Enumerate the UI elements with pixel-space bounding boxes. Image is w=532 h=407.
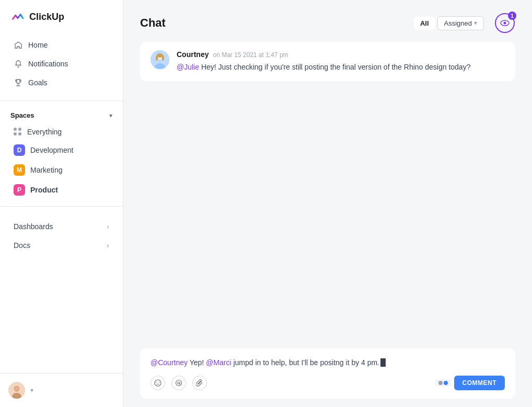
sidebar-item-product-label: Product: [30, 186, 58, 194]
docs-label: Docs: [14, 241, 30, 250]
avatar: [8, 382, 25, 399]
reply-mention-marci: @Marci: [206, 358, 231, 367]
dashboards-label: Dashboards: [14, 222, 53, 231]
svg-point-14: [156, 382, 157, 383]
sidebar-item-everything[interactable]: Everything: [3, 123, 120, 140]
sidebar-nav: Home Notifications Goals: [0, 33, 123, 94]
dashboards-left: Dashboards: [14, 222, 53, 231]
home-icon: [14, 40, 23, 50]
svg-point-12: [162, 55, 164, 61]
reply-tools-left: [151, 376, 207, 390]
docs-chevron-icon: ›: [107, 241, 109, 250]
message-content-courtney: Courtney on Mar 15 2021 at 1:47 pm @Juli…: [177, 50, 505, 73]
reply-box: @Courtney Yep! @Marci jumpd in to help, …: [140, 348, 515, 399]
filter-tabs: All Assigned ▾: [414, 16, 484, 30]
svg-point-10: [157, 53, 163, 58]
format-dot-gray: [438, 381, 443, 385]
reply-tools-right: COMMENT: [435, 376, 505, 390]
spaces-header[interactable]: Spaces ▾: [0, 107, 123, 123]
spaces-label: Spaces: [10, 111, 34, 119]
dashboards-chevron-icon: ›: [107, 222, 109, 231]
product-badge: P: [14, 184, 25, 196]
chat-messages: Courtney on Mar 15 2021 at 1:47 pm @Juli…: [140, 42, 515, 348]
emoji-icon[interactable]: [151, 376, 165, 390]
user-chevron-icon: ▾: [30, 387, 33, 394]
reply-mention-courtney: @Courtney: [151, 358, 188, 367]
sidebar-footer[interactable]: ▾: [0, 373, 123, 407]
sidebar-item-docs[interactable]: Docs ›: [3, 236, 120, 255]
comment-button[interactable]: COMMENT: [454, 376, 505, 390]
courtney-avatar-img: [151, 50, 169, 69]
filter-all-tab[interactable]: All: [414, 17, 435, 30]
docs-left: Docs: [14, 241, 30, 250]
bell-icon: [14, 59, 23, 69]
message-avatar-courtney: [151, 50, 169, 69]
clickup-logo-icon: [10, 9, 25, 24]
main-header: Chat All Assigned ▾ 1: [123, 0, 532, 42]
filter-assigned-dropdown[interactable]: Assigned ▾: [437, 16, 484, 30]
mention-icon[interactable]: [171, 376, 186, 390]
sidebar-divider-2: [0, 206, 123, 207]
sidebar: ClickUp Home Notifications Goals Spaces …: [0, 0, 123, 407]
user-avatar-img: [8, 382, 25, 399]
main-content: Chat All Assigned ▾ 1: [123, 0, 532, 407]
message-time: on Mar 15 2021 at 1:47 pm: [213, 51, 288, 59]
filter-assigned-label: Assigned: [444, 19, 472, 27]
svg-point-11: [156, 55, 158, 61]
mention-julie: @Julie: [177, 63, 199, 71]
format-dot-blue: [444, 381, 448, 385]
format-toggle[interactable]: [435, 379, 451, 387]
sidebar-item-notifications-label: Notifications: [28, 60, 68, 68]
sidebar-item-home-label: Home: [28, 41, 48, 49]
spaces-chevron-icon: ▾: [109, 112, 112, 119]
sidebar-item-notifications[interactable]: Notifications: [3, 54, 120, 73]
sidebar-item-goals[interactable]: Goals: [3, 73, 120, 92]
sidebar-item-home[interactable]: Home: [3, 36, 120, 54]
marketing-badge: M: [14, 164, 25, 176]
at-svg: [175, 379, 182, 387]
sidebar-item-dashboards[interactable]: Dashboards ›: [3, 217, 120, 236]
sidebar-bottom-section: Dashboards › Docs ›: [0, 217, 123, 255]
sidebar-item-marketing-label: Marketing: [30, 166, 62, 174]
trophy-icon: [14, 78, 23, 87]
watch-count-badge: 1: [508, 12, 516, 20]
message-item: Courtney on Mar 15 2021 at 1:47 pm @Juli…: [140, 42, 515, 81]
logo-area[interactable]: ClickUp: [0, 0, 123, 33]
page-title: Chat: [140, 16, 403, 30]
message-author: Courtney: [177, 50, 209, 59]
development-badge: D: [14, 144, 25, 156]
message-text-courtney: @Julie Hey! Just checking if you're stil…: [177, 62, 505, 73]
chat-area: Courtney on Mar 15 2021 at 1:47 pm @Juli…: [123, 42, 532, 407]
sidebar-item-product[interactable]: P Product: [3, 180, 120, 200]
reply-text: @Courtney Yep! @Marci jumpd in to help, …: [151, 357, 505, 368]
sidebar-item-goals-label: Goals: [28, 78, 48, 87]
watch-button[interactable]: 1: [494, 13, 515, 33]
sidebar-divider-1: [0, 100, 123, 101]
svg-point-16: [176, 380, 182, 386]
paperclip-svg: [196, 379, 203, 387]
attachment-icon[interactable]: [192, 376, 207, 390]
svg-point-3: [15, 387, 19, 391]
svg-point-17: [178, 382, 180, 384]
message-header-courtney: Courtney on Mar 15 2021 at 1:47 pm: [177, 50, 505, 59]
sidebar-item-everything-label: Everything: [27, 128, 62, 136]
emoji-svg: [154, 379, 161, 387]
logo-text: ClickUp: [29, 12, 64, 22]
sidebar-item-marketing[interactable]: M Marketing: [3, 160, 120, 180]
svg-point-13: [155, 380, 161, 386]
svg-point-15: [159, 382, 160, 383]
sidebar-item-development-label: Development: [30, 146, 74, 154]
eye-svg: [500, 18, 510, 28]
grid-icon: [14, 128, 22, 136]
text-cursor: [380, 358, 386, 367]
sidebar-item-development[interactable]: D Development: [3, 140, 120, 160]
svg-point-5: [504, 22, 506, 25]
reply-toolbar: COMMENT: [151, 376, 505, 390]
assigned-chevron-icon: ▾: [474, 19, 477, 27]
